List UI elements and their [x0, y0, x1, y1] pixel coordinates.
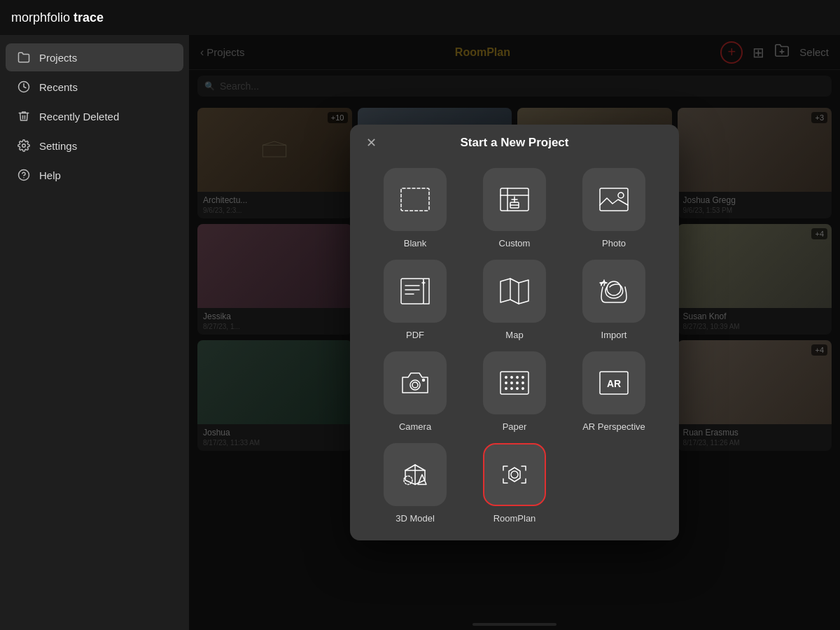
- svg-point-33: [517, 382, 518, 384]
- sidebar-item-help[interactable]: Help: [6, 161, 183, 189]
- option-icon-box-import: [582, 260, 645, 323]
- svg-rect-9: [401, 188, 429, 211]
- svg-point-36: [511, 388, 512, 389]
- option-custom[interactable]: Custom: [470, 168, 559, 248]
- gear-icon: [17, 139, 31, 153]
- trash-icon: [17, 109, 31, 123]
- svg-point-28: [511, 377, 512, 378]
- modal-close-button[interactable]: ✕: [361, 133, 381, 153]
- svg-text:AR: AR: [607, 378, 621, 389]
- sidebar-item-recents[interactable]: Recents: [6, 73, 183, 101]
- sidebar-item-label: Projects: [39, 52, 77, 64]
- option-icon-box-blank: [384, 168, 447, 231]
- sidebar-item-projects[interactable]: Projects: [6, 43, 183, 71]
- svg-point-31: [505, 382, 507, 384]
- option-icon-box-map: [483, 260, 546, 323]
- sidebar-item-recently-deleted[interactable]: Recently Deleted: [6, 102, 183, 130]
- option-icon-box-roomplan: [483, 443, 546, 506]
- folder-icon: [17, 50, 31, 64]
- option-paper[interactable]: Paper: [470, 351, 559, 432]
- svg-point-32: [511, 382, 512, 384]
- option-icon-box-paper: [483, 351, 546, 414]
- option-label-ar: AR Perspective: [582, 421, 645, 432]
- sidebar-item-label: Recents: [39, 81, 78, 93]
- option-label-pdf: PDF: [406, 330, 424, 340]
- option-label-roomplan: RoomPlan: [493, 513, 536, 524]
- option-map[interactable]: Map: [470, 260, 559, 340]
- option-3d-model[interactable]: 3D Model: [371, 443, 459, 524]
- svg-rect-16: [401, 279, 424, 304]
- option-import[interactable]: Import: [570, 260, 658, 340]
- option-label-photo: Photo: [602, 238, 626, 248]
- option-icon-box-camera: [384, 351, 447, 414]
- main-layout: Projects Recents Recently Deleted: [0, 35, 840, 630]
- svg-point-30: [522, 377, 524, 378]
- sidebar-item-label: Settings: [39, 140, 77, 152]
- svg-point-15: [618, 192, 624, 198]
- svg-rect-14: [600, 188, 628, 211]
- question-icon: [17, 168, 31, 182]
- clock-icon: [17, 80, 31, 94]
- option-label-import: Import: [601, 330, 627, 340]
- option-roomplan[interactable]: RoomPlan: [470, 443, 559, 524]
- svg-rect-26: [500, 372, 528, 394]
- svg-point-22: [607, 281, 621, 295]
- option-blank[interactable]: Blank: [371, 168, 459, 248]
- svg-point-34: [522, 382, 524, 384]
- svg-point-35: [505, 388, 507, 389]
- option-label-custom: Custom: [499, 238, 531, 248]
- option-ar-perspective[interactable]: AR AR Perspective: [570, 351, 658, 432]
- content-area: ‹ Projects RoomPlan + ⊞ Select: [189, 35, 840, 630]
- option-icon-box-pdf: [384, 260, 447, 323]
- option-icon-box-ar: AR: [582, 351, 645, 414]
- modal-overlay[interactable]: ✕ Start a New Project Blank: [189, 35, 840, 630]
- svg-point-1: [22, 144, 26, 148]
- sidebar-item-settings[interactable]: Settings: [6, 132, 183, 160]
- option-label-paper: Paper: [503, 421, 527, 432]
- app-title: morphfolio trace: [11, 10, 104, 25]
- svg-point-29: [517, 377, 518, 378]
- option-label-camera: Camera: [399, 421, 431, 432]
- option-label-blank: Blank: [404, 238, 427, 248]
- options-grid: Blank: [350, 161, 679, 540]
- modal-title: Start a New Project: [461, 136, 569, 150]
- option-icon-box-photo: [582, 168, 645, 231]
- option-label-3d: 3D Model: [396, 513, 435, 524]
- modal-header: ✕ Start a New Project: [350, 125, 679, 161]
- svg-point-38: [522, 388, 524, 389]
- sidebar-item-label: Recently Deleted: [39, 111, 119, 122]
- svg-point-42: [511, 471, 518, 478]
- svg-point-24: [412, 382, 418, 388]
- svg-point-37: [517, 388, 518, 389]
- option-icon-box-3d: [384, 443, 447, 506]
- new-project-modal: ✕ Start a New Project Blank: [350, 125, 679, 540]
- option-label-map: Map: [505, 330, 523, 340]
- option-photo[interactable]: Photo: [570, 168, 658, 248]
- svg-point-25: [423, 379, 425, 382]
- option-icon-box-custom: [483, 168, 546, 231]
- option-camera[interactable]: Camera: [371, 351, 459, 432]
- sidebar: Projects Recents Recently Deleted: [0, 35, 189, 630]
- sidebar-item-label: Help: [39, 169, 61, 181]
- option-pdf[interactable]: PDF: [371, 260, 459, 340]
- svg-point-27: [505, 377, 507, 378]
- svg-point-23: [410, 380, 420, 390]
- top-bar: morphfolio trace: [0, 0, 840, 35]
